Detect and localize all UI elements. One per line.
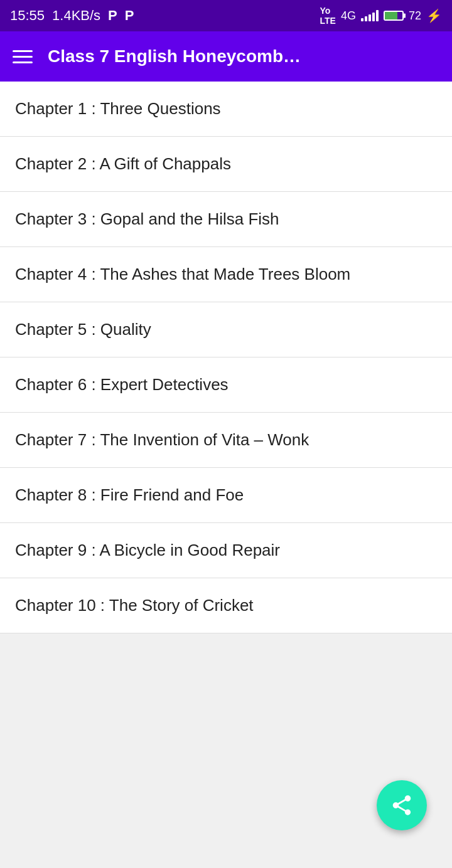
list-item[interactable]: Chapter 8 : Fire Friend and Foe [0, 468, 452, 523]
menu-button[interactable] [13, 50, 33, 63]
lte-icon: YoLTE [320, 6, 336, 26]
time: 15:55 [10, 8, 45, 24]
list-item[interactable]: Chapter 7 : The Invention of Vita – Wonk [0, 413, 452, 468]
share-icon [390, 793, 414, 817]
p-icon-1: P [108, 8, 117, 24]
list-item[interactable]: Chapter 9 : A Bicycle in Good Repair [0, 523, 452, 578]
battery-indicator [384, 11, 404, 21]
status-bar: 15:55 1.4KB/s P P YoLTE 4G 72 ⚡ [0, 0, 452, 31]
network-speed: 1.4KB/s [52, 8, 100, 24]
list-item[interactable]: Chapter 4 : The Ashes that Made Trees Bl… [0, 247, 452, 302]
status-right: YoLTE 4G 72 ⚡ [320, 6, 442, 26]
bottom-area [0, 633, 452, 759]
app-bar: Class 7 English Honeycomb… [0, 31, 452, 82]
share-fab[interactable] [377, 780, 427, 830]
signal-icon [361, 10, 379, 21]
list-item[interactable]: Chapter 6 : Expert Detectives [0, 357, 452, 413]
list-item[interactable]: Chapter 10 : The Story of Cricket [0, 578, 452, 633]
list-item[interactable]: Chapter 5 : Quality [0, 302, 452, 357]
chapter-list: Chapter 1 : Three QuestionsChapter 2 : A… [0, 82, 452, 633]
charging-icon: ⚡ [426, 8, 442, 23]
network-bars: 4G [341, 9, 356, 23]
p-icon-2: P [125, 8, 134, 24]
list-item[interactable]: Chapter 3 : Gopal and the Hilsa Fish [0, 192, 452, 247]
battery-percent: 72 [409, 9, 421, 23]
app-title: Class 7 English Honeycomb… [48, 46, 439, 66]
list-item[interactable]: Chapter 2 : A Gift of Chappals [0, 137, 452, 192]
list-item[interactable]: Chapter 1 : Three Questions [0, 82, 452, 137]
status-left: 15:55 1.4KB/s P P [10, 8, 134, 24]
